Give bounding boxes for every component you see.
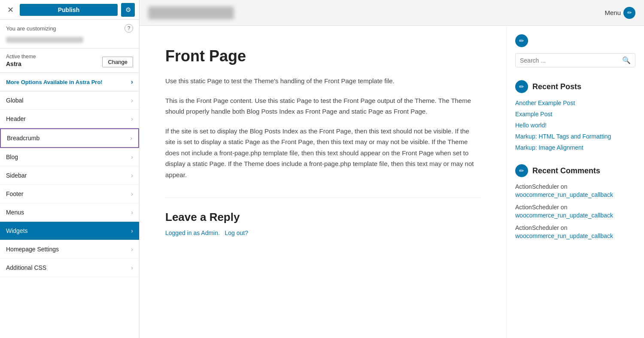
sidebar-item-additional-css[interactable]: Additional CSS › (0, 259, 139, 277)
nav-list: Global › Header › Breadcrumb › Blog › Si… (0, 91, 139, 277)
publish-button[interactable]: Publish (20, 4, 118, 16)
close-button[interactable]: ✕ (4, 4, 16, 16)
site-header: Menu ✏ (140, 0, 644, 26)
comment-link-1: woocommerce_run_update_callback (515, 191, 635, 199)
list-item: Another Example Post (515, 99, 635, 107)
recent-posts-icon: ✏ (515, 80, 528, 93)
site-name-bar (0, 35, 139, 48)
search-widget-header: ✏ (515, 34, 635, 47)
recent-post-link-3[interactable]: Hello world! (515, 122, 547, 129)
recent-post-link-2[interactable]: Example Post (515, 111, 552, 118)
page-paragraph-1: Use this static Page to test the Theme's… (165, 75, 480, 87)
sidebar-item-blog[interactable]: Blog › (0, 148, 139, 166)
astra-pro-chevron-icon: › (131, 78, 133, 86)
site-name-blurred (6, 37, 83, 43)
list-item: ActionScheduler on woocommerce_run_updat… (515, 224, 635, 240)
leave-reply-title: Leave a Reply (165, 211, 480, 224)
theme-name: Astra (6, 60, 21, 67)
change-theme-button[interactable]: Change (102, 57, 133, 67)
chevron-icon: › (131, 97, 133, 104)
search-box[interactable]: 🔍 (515, 53, 635, 67)
page-wrapper: Front Page Use this static Page to test … (140, 26, 644, 338)
top-bar: ✕ Publish ⚙ (0, 0, 139, 20)
chevron-icon: › (131, 264, 133, 271)
search-input[interactable] (520, 57, 622, 64)
list-item: Example Post (515, 110, 635, 118)
edit-pencil-header-icon[interactable]: ✏ (623, 7, 635, 19)
chevron-icon: › (131, 190, 133, 197)
sidebar-item-widgets[interactable]: Widgets › (0, 222, 139, 240)
page-paragraph-3: If the site is set to display the Blog P… (165, 126, 480, 181)
comment-author-3: ActionScheduler on (515, 224, 635, 231)
logged-in-link[interactable]: Logged in as Admin. (165, 229, 220, 236)
sidebar-item-menus[interactable]: Menus › (0, 203, 139, 222)
sidebar-item-header[interactable]: Header › (0, 110, 139, 128)
search-icon: 🔍 (622, 56, 631, 64)
help-icon[interactable]: ? (125, 24, 133, 33)
search-widget-icon: ✏ (515, 34, 528, 47)
sidebar-item-sidebar[interactable]: Sidebar › (0, 166, 139, 185)
customizing-label: You are customizing (6, 25, 56, 32)
sidebar-item-global[interactable]: Global › (0, 91, 139, 110)
site-logo-blurred (148, 6, 234, 19)
page-main: Front Page Use this static Page to test … (140, 26, 507, 338)
comment-callback-link-3[interactable]: woocommerce_run_update_callback (515, 232, 613, 239)
recent-comments-header: ✏ Recent Comments (515, 164, 635, 177)
astra-pro-label: More Options Available in Astra Pro! (6, 79, 103, 85)
chevron-icon: › (131, 154, 133, 160)
chevron-icon: › (131, 209, 133, 216)
logout-link[interactable]: Log out? (225, 229, 249, 236)
page-paragraph-2: This is the Front Page content. Use this… (165, 95, 480, 117)
recent-posts-widget: ✏ Recent Posts Another Example Post Exam… (515, 80, 635, 151)
comment-author-1: ActionScheduler on (515, 183, 635, 190)
comment-link-3: woocommerce_run_update_callback (515, 232, 635, 240)
comment-callback-link-1[interactable]: woocommerce_run_update_callback (515, 191, 613, 198)
list-item: ActionScheduler on woocommerce_run_updat… (515, 183, 635, 199)
chevron-icon: › (131, 115, 133, 122)
menu-label: Menu (605, 9, 621, 16)
recent-post-link-1[interactable]: Another Example Post (515, 100, 575, 106)
list-item: Markup: Image Alignment (515, 144, 635, 151)
comment-callback-link-2[interactable]: woocommerce_run_update_callback (515, 212, 613, 219)
customizer-panel: ✕ Publish ⚙ You are customizing ? Active… (0, 0, 140, 338)
theme-section: Active theme Astra Change (0, 48, 139, 73)
main-content: Menu ✏ Front Page Use this static Page t… (140, 0, 644, 338)
customizing-bar: You are customizing ? (0, 20, 139, 35)
chevron-icon: › (131, 227, 133, 234)
login-text: Logged in as Admin. Log out? (165, 228, 480, 238)
comment-link-2: woocommerce_run_update_callback (515, 211, 635, 219)
recent-posts-list: Another Example Post Example Post Hello … (515, 99, 635, 151)
list-item: ActionScheduler on woocommerce_run_updat… (515, 204, 635, 219)
sidebar-item-breadcrumb[interactable]: Breadcrumb › (0, 128, 139, 148)
recent-comments-icon: ✏ (515, 164, 528, 177)
recent-posts-header: ✏ Recent Posts (515, 80, 635, 93)
comment-author-2: ActionScheduler on (515, 204, 635, 211)
astra-pro-banner[interactable]: More Options Available in Astra Pro! › (0, 73, 139, 91)
leave-reply-section: Leave a Reply Logged in as Admin. Log ou… (165, 197, 480, 238)
search-widget: ✏ 🔍 (515, 34, 635, 67)
recent-posts-title: Recent Posts (532, 82, 581, 91)
recent-post-link-5[interactable]: Markup: Image Alignment (515, 144, 583, 151)
close-icon: ✕ (7, 5, 14, 15)
chevron-icon: › (131, 172, 133, 179)
menu-link[interactable]: Menu ✏ (605, 7, 635, 19)
recent-comments-list: ActionScheduler on woocommerce_run_updat… (515, 183, 635, 240)
chevron-icon: › (131, 246, 133, 253)
list-item: Hello world! (515, 121, 635, 129)
page-title: Front Page (165, 47, 480, 65)
sidebar-item-homepage[interactable]: Homepage Settings › (0, 240, 139, 259)
gear-button[interactable]: ⚙ (121, 3, 135, 17)
sidebar-item-footer[interactable]: Footer › (0, 185, 139, 203)
recent-post-link-4[interactable]: Markup: HTML Tags and Formatting (515, 133, 611, 140)
recent-comments-title: Recent Comments (532, 166, 600, 175)
recent-comments-widget: ✏ Recent Comments ActionScheduler on woo… (515, 164, 635, 240)
chevron-icon: › (130, 135, 132, 142)
right-sidebar: ✏ 🔍 ✏ Recent Posts Another Example Post … (507, 26, 644, 338)
list-item: Markup: HTML Tags and Formatting (515, 133, 635, 140)
gear-icon: ⚙ (125, 6, 131, 14)
